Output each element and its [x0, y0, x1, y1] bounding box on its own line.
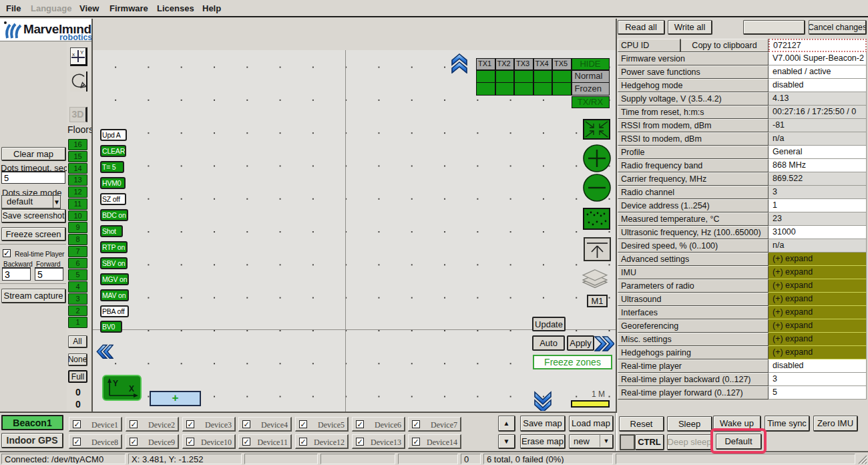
svg-text:Y: Y	[80, 49, 84, 55]
svg-text:X: X	[129, 384, 134, 394]
svg-text:Y: Y	[113, 379, 118, 388]
svg-text:x: x	[72, 51, 75, 57]
